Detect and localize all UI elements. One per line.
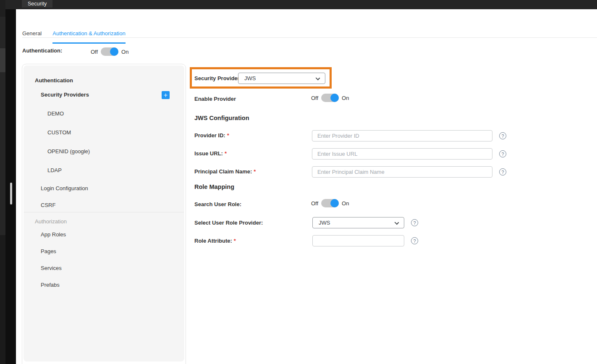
sidebar-item-app-roles[interactable]: App Roles [41, 231, 66, 238]
principal-claim-name-label-text: Principal Claim Name: [194, 168, 252, 175]
tab-general-label: General [22, 30, 42, 37]
role-attribute-label-text: Role Attribute: [194, 238, 232, 244]
tab-general[interactable]: General [22, 26, 42, 44]
search-user-role-label: Search User Role: [194, 201, 241, 207]
authentication-toggle-knob[interactable] [110, 47, 118, 56]
role-mapping-heading: Role Mapping [194, 183, 234, 190]
dock-segment [0, 48, 5, 72]
select-user-role-provider-help-icon[interactable]: ? [411, 219, 418, 226]
jws-configuration-heading: JWS Configuration [194, 115, 249, 121]
search-user-role-toggle-off-label: Off [311, 200, 318, 207]
sidebar-heading-authentication: Authentication [35, 77, 73, 84]
principal-claim-name-label: Principal Claim Name:* [194, 168, 256, 175]
scrollbar-thumb[interactable] [10, 183, 12, 204]
security-provider-select[interactable]: JWS [238, 73, 325, 84]
required-asterisk: * [234, 238, 236, 244]
role-attribute-input[interactable] [312, 235, 404, 246]
plus-icon: + [164, 92, 168, 99]
security-settings-screen: Security General Authentication & Author… [0, 0, 597, 364]
security-provider-label: Security Provider [194, 75, 240, 81]
security-nav-panel-background [24, 65, 184, 361]
provider-id-help-icon[interactable]: ? [499, 132, 506, 139]
question-mark-icon: ? [413, 220, 416, 225]
security-window-tab-label: Security [28, 1, 47, 7]
sidebar-item-prefabs[interactable]: Prefabs [41, 282, 60, 288]
authentication-toggle[interactable]: Off On [91, 47, 128, 56]
sidebar-item-services[interactable]: Services [41, 265, 62, 271]
question-mark-icon: ? [413, 238, 416, 244]
role-attribute-label: Role Attribute:* [194, 238, 236, 244]
select-user-role-provider-value: JWS [319, 220, 330, 226]
sidebar-item-pages[interactable]: Pages [41, 248, 56, 254]
required-asterisk: * [225, 150, 227, 157]
tab-authentication-authorization[interactable]: Authentication & Authorization [52, 26, 125, 44]
issue-url-label-text: Issue URL: [194, 150, 223, 157]
dock-segment [0, 0, 5, 17]
question-mark-icon: ? [501, 152, 504, 157]
authentication-toggle-track[interactable] [101, 47, 118, 56]
select-user-role-provider-label: Select User Role Provider: [194, 220, 263, 226]
authentication-toggle-off-label: Off [91, 49, 98, 55]
question-mark-icon: ? [501, 170, 504, 175]
enable-provider-toggle-on-label: On [342, 95, 349, 101]
top-bar: Security [5, 0, 597, 9]
provider-id-label: Provider ID:* [194, 132, 229, 139]
provider-id-label-text: Provider ID: [194, 132, 225, 139]
search-user-role-toggle-on-label: On [342, 200, 349, 207]
chevron-down-icon [316, 76, 320, 81]
provider-id-input[interactable] [312, 130, 492, 141]
principal-claim-name-help-icon[interactable]: ? [499, 168, 506, 175]
issue-url-input[interactable] [312, 148, 492, 160]
enable-provider-toggle[interactable]: Off On [311, 94, 349, 102]
sidebar-item-ldap[interactable]: LDAP [47, 167, 62, 173]
role-attribute-help-icon[interactable]: ? [411, 237, 418, 244]
sidebar-heading-authorization: Authorization [35, 218, 67, 225]
select-user-role-provider-select[interactable]: JWS [312, 217, 404, 228]
sidebar-section-divider [24, 212, 184, 212]
issue-url-label: Issue URL:* [194, 150, 227, 157]
required-asterisk: * [227, 132, 229, 139]
search-user-role-toggle[interactable]: Off On [311, 199, 349, 207]
security-window-tab[interactable]: Security [22, 0, 52, 8]
sidebar-item-csrf[interactable]: CSRF [41, 202, 55, 208]
chevron-down-icon [395, 220, 399, 225]
sidebar-item-custom[interactable]: CUSTOM [47, 129, 71, 136]
dock-segment [0, 235, 5, 364]
sidebar-item-login-configuration[interactable]: Login Configuration [41, 185, 88, 191]
issue-url-help-icon[interactable]: ? [499, 150, 506, 157]
question-mark-icon: ? [501, 134, 504, 139]
enable-provider-toggle-track[interactable] [321, 94, 339, 102]
settings-tabs: General Authentication & Authorization [22, 26, 126, 44]
sidebar-item-demo[interactable]: DEMO [47, 110, 64, 117]
tabs-divider [22, 37, 597, 38]
tab-authentication-authorization-label: Authentication & Authorization [52, 30, 125, 37]
enable-provider-toggle-knob[interactable] [330, 94, 339, 102]
sidebar-item-security-providers[interactable]: Security Providers [41, 92, 89, 98]
left-gutter [5, 0, 16, 364]
authentication-toggle-on-label: On [121, 49, 128, 55]
enable-provider-toggle-off-label: Off [311, 95, 318, 101]
search-user-role-toggle-knob[interactable] [330, 199, 339, 207]
authentication-row-label: Authentication: [22, 47, 62, 54]
security-provider-select-value: JWS [244, 75, 256, 81]
left-dock-strip [0, 0, 5, 364]
principal-claim-name-input[interactable] [312, 166, 492, 178]
enable-provider-label: Enable Provider [194, 96, 236, 102]
add-provider-button[interactable]: + [162, 91, 170, 99]
search-user-role-toggle-track[interactable] [321, 199, 339, 207]
sidebar-item-openid-google[interactable]: OPENID (google) [47, 148, 90, 155]
required-asterisk: * [254, 168, 256, 175]
